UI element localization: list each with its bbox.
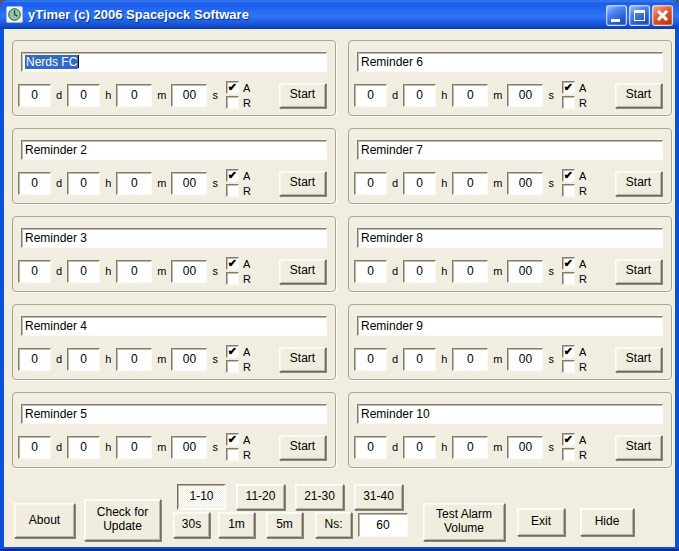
repeat-checkbox[interactable] xyxy=(226,184,239,197)
alarm-checkbox[interactable]: ✔ xyxy=(562,81,575,94)
start-button[interactable]: Start xyxy=(615,259,662,284)
start-button[interactable]: Start xyxy=(615,347,662,372)
alarm-checkbox[interactable]: ✔ xyxy=(562,345,575,358)
repeat-checkbox[interactable] xyxy=(562,448,575,461)
alarm-checkbox[interactable]: ✔ xyxy=(562,433,575,446)
days-input[interactable] xyxy=(18,84,51,107)
start-button[interactable]: Start xyxy=(615,83,662,108)
ns-seconds-input[interactable] xyxy=(358,513,408,537)
timer-name-input[interactable]: Nerds FC xyxy=(21,52,327,72)
seconds-input[interactable] xyxy=(171,172,207,195)
days-input[interactable] xyxy=(354,84,387,107)
days-input[interactable] xyxy=(18,348,51,371)
timer-name-input[interactable]: Reminder 3 xyxy=(21,228,327,248)
seconds-input[interactable] xyxy=(507,348,543,371)
hide-button[interactable]: Hide xyxy=(580,508,634,536)
minutes-input[interactable] xyxy=(452,436,488,459)
seconds-input[interactable] xyxy=(507,172,543,195)
start-button[interactable]: Start xyxy=(279,83,326,108)
about-button[interactable]: About xyxy=(14,503,75,538)
hours-input[interactable] xyxy=(67,436,100,459)
minutes-input[interactable] xyxy=(116,348,152,371)
preset-1m-button[interactable]: 1m xyxy=(218,512,255,538)
check-for-update-button[interactable]: Check for Update xyxy=(84,499,161,541)
timer-name-input[interactable]: Reminder 2 xyxy=(21,140,327,160)
minimize-button[interactable] xyxy=(606,5,627,26)
start-button[interactable]: Start xyxy=(279,435,326,460)
close-button[interactable] xyxy=(652,5,673,26)
timer-name-input[interactable]: Reminder 8 xyxy=(357,228,663,248)
minutes-input[interactable] xyxy=(116,84,152,107)
hours-input[interactable] xyxy=(403,84,436,107)
seconds-input[interactable] xyxy=(507,84,543,107)
days-input[interactable] xyxy=(354,348,387,371)
repeat-checkbox[interactable] xyxy=(226,448,239,461)
repeat-checkbox[interactable] xyxy=(562,272,575,285)
maximize-button[interactable] xyxy=(629,5,650,26)
alarm-checkbox[interactable]: ✔ xyxy=(562,257,575,270)
preset-30s-button[interactable]: 30s xyxy=(173,512,210,538)
days-input[interactable] xyxy=(18,260,51,283)
seconds-input[interactable] xyxy=(171,348,207,371)
alarm-checkbox[interactable]: ✔ xyxy=(226,169,239,182)
days-label: d xyxy=(56,265,62,277)
repeat-checkbox[interactable] xyxy=(226,96,239,109)
alarm-checkbox[interactable]: ✔ xyxy=(226,345,239,358)
preset-5m-button[interactable]: 5m xyxy=(266,512,303,538)
test-alarm-volume-button[interactable]: Test Alarm Volume xyxy=(423,503,505,541)
minutes-input[interactable] xyxy=(452,84,488,107)
seconds-input[interactable] xyxy=(171,84,207,107)
hours-input[interactable] xyxy=(403,260,436,283)
minutes-input[interactable] xyxy=(116,260,152,283)
exit-button[interactable]: Exit xyxy=(517,508,565,536)
repeat-checkbox[interactable] xyxy=(226,360,239,373)
alarm-checkbox[interactable]: ✔ xyxy=(226,81,239,94)
start-button[interactable]: Start xyxy=(615,435,662,460)
repeat-checkbox[interactable] xyxy=(562,96,575,109)
repeat-checkbox[interactable] xyxy=(226,272,239,285)
alarm-checkbox[interactable]: ✔ xyxy=(562,169,575,182)
timer-name-input[interactable]: Reminder 10 xyxy=(357,404,663,424)
seconds-input[interactable] xyxy=(507,436,543,459)
hours-input[interactable] xyxy=(67,172,100,195)
range-button-21-30[interactable]: 21-30 xyxy=(295,484,344,510)
clock-icon[interactable] xyxy=(6,6,23,23)
days-input[interactable] xyxy=(354,436,387,459)
days-input[interactable] xyxy=(354,260,387,283)
start-button[interactable]: Start xyxy=(615,171,662,196)
timer-name-input[interactable]: Reminder 4 xyxy=(21,316,327,336)
hours-input[interactable] xyxy=(67,84,100,107)
hours-input[interactable] xyxy=(403,348,436,371)
hours-input[interactable] xyxy=(403,436,436,459)
minutes-input[interactable] xyxy=(452,260,488,283)
start-button[interactable]: Start xyxy=(279,259,326,284)
alarm-label: A xyxy=(579,82,586,94)
range-button-11-20[interactable]: 11-20 xyxy=(236,484,285,510)
hours-input[interactable] xyxy=(67,260,100,283)
seconds-input[interactable] xyxy=(171,260,207,283)
timer-name-input[interactable]: Reminder 9 xyxy=(357,316,663,336)
timer-name-input[interactable]: Reminder 5 xyxy=(21,404,327,424)
hours-input[interactable] xyxy=(67,348,100,371)
minutes-input[interactable] xyxy=(116,172,152,195)
seconds-input[interactable] xyxy=(171,436,207,459)
alarm-checkbox[interactable]: ✔ xyxy=(226,257,239,270)
start-button[interactable]: Start xyxy=(279,171,326,196)
minutes-input[interactable] xyxy=(452,348,488,371)
minutes-input[interactable] xyxy=(116,436,152,459)
start-button[interactable]: Start xyxy=(279,347,326,372)
preset-ns-button[interactable]: Ns: xyxy=(315,512,352,538)
repeat-checkbox[interactable] xyxy=(562,360,575,373)
days-input[interactable] xyxy=(18,436,51,459)
timer-name-input[interactable]: Reminder 7 xyxy=(357,140,663,160)
timer-name-input[interactable]: Reminder 6 xyxy=(357,52,663,72)
alarm-checkbox[interactable]: ✔ xyxy=(226,433,239,446)
seconds-input[interactable] xyxy=(507,260,543,283)
minutes-input[interactable] xyxy=(452,172,488,195)
range-button-1-10[interactable]: 1-10 xyxy=(177,484,226,510)
days-input[interactable] xyxy=(18,172,51,195)
days-input[interactable] xyxy=(354,172,387,195)
hours-input[interactable] xyxy=(403,172,436,195)
repeat-checkbox[interactable] xyxy=(562,184,575,197)
range-button-31-40[interactable]: 31-40 xyxy=(354,484,403,510)
